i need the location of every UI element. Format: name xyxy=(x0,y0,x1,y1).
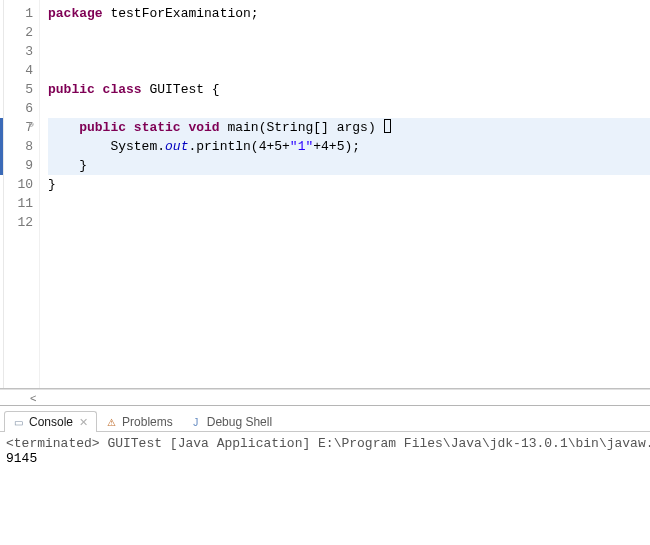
bottom-panel: ▭ Console ✕ ⚠ Problems J Debug Shell <te… xyxy=(0,405,650,545)
line-number[interactable]: 1 xyxy=(4,4,33,23)
code-line[interactable]: public static void main(String[] args) xyxy=(48,118,650,137)
line-number[interactable]: 4 xyxy=(4,61,33,80)
code-line[interactable]: public class GUITest { xyxy=(48,80,650,99)
horizontal-scrollbar[interactable]: < xyxy=(0,389,650,405)
console-stdout: 9145 xyxy=(6,451,644,466)
close-icon[interactable]: ✕ xyxy=(79,416,88,429)
line-number[interactable]: 7⊖ xyxy=(4,118,33,137)
code-line[interactable] xyxy=(48,61,650,80)
tab-problems[interactable]: ⚠ Problems xyxy=(97,411,182,432)
problems-icon: ⚠ xyxy=(104,415,118,429)
editor-area: 1234567⊖89101112 package testForExaminat… xyxy=(0,0,650,389)
code-line[interactable]: package testForExamination; xyxy=(48,4,650,23)
code-editor[interactable]: package testForExamination;public class … xyxy=(40,0,650,388)
console-process-header: <terminated> GUITest [Java Application] … xyxy=(6,436,644,451)
tab-label: Console xyxy=(29,415,73,429)
code-line[interactable] xyxy=(48,23,650,42)
code-line[interactable]: System.out.println(4+5+"1"+4+5); xyxy=(48,137,650,156)
line-number[interactable]: 3 xyxy=(4,42,33,61)
line-number[interactable]: 10 xyxy=(4,175,33,194)
console-icon: ▭ xyxy=(11,415,25,429)
scroll-left-arrow[interactable]: < xyxy=(30,392,36,404)
views-tab-bar: ▭ Console ✕ ⚠ Problems J Debug Shell xyxy=(0,406,650,432)
line-number-gutter[interactable]: 1234567⊖89101112 xyxy=(4,0,40,388)
tab-debug-shell[interactable]: J Debug Shell xyxy=(182,411,281,432)
line-number[interactable]: 2 xyxy=(4,23,33,42)
debug-shell-icon: J xyxy=(189,415,203,429)
line-number[interactable]: 8 xyxy=(4,137,33,156)
code-line[interactable]: } xyxy=(48,175,650,194)
line-number[interactable]: 12 xyxy=(4,213,33,232)
code-line[interactable] xyxy=(48,99,650,118)
fold-toggle-icon[interactable]: ⊖ xyxy=(25,121,34,130)
tab-label: Debug Shell xyxy=(207,415,272,429)
tab-console[interactable]: ▭ Console ✕ xyxy=(4,411,97,432)
line-number[interactable]: 5 xyxy=(4,80,33,99)
matching-brace-highlight xyxy=(384,119,391,133)
tab-label: Problems xyxy=(122,415,173,429)
code-line[interactable] xyxy=(48,213,650,232)
console-output[interactable]: <terminated> GUITest [Java Application] … xyxy=(0,432,650,545)
code-line[interactable]: } xyxy=(48,156,650,175)
code-line[interactable] xyxy=(48,42,650,61)
code-line[interactable] xyxy=(48,194,650,213)
line-number[interactable]: 9 xyxy=(4,156,33,175)
line-number[interactable]: 6 xyxy=(4,99,33,118)
line-number[interactable]: 11 xyxy=(4,194,33,213)
